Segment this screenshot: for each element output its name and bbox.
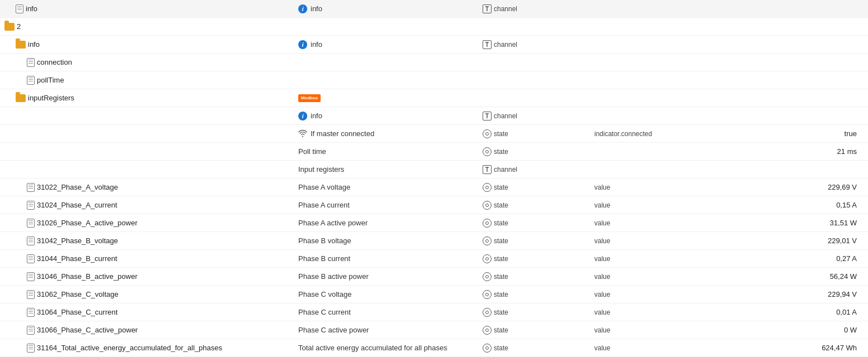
table-row[interactable]: infoiinfochannel: [0, 0, 868, 18]
col2-label: info: [311, 4, 322, 13]
table-row[interactable]: 31026_Phase_A_active_powerPhase A active…: [0, 214, 868, 232]
col1-label: 31024_Phase_A_current: [37, 201, 117, 209]
state-icon: [483, 201, 492, 210]
table-row[interactable]: 31042_Phase_B_voltagePhase B voltagestat…: [0, 232, 868, 250]
table-row[interactable]: inputRegistersModbus: [0, 89, 868, 107]
col1-tree: info: [2, 4, 298, 13]
table-row[interactable]: 31066_Phase_C_active_powerPhase C active…: [0, 321, 868, 339]
col1-tree: 31044_Phase_B_current: [2, 254, 298, 263]
col1-label: info: [26, 4, 37, 13]
col6-value: 624,47 Wh: [818, 344, 866, 352]
col3-type: state: [483, 308, 594, 317]
col4-attribute: value: [594, 273, 706, 281]
table-row[interactable]: infoiinfochannel: [0, 36, 868, 54]
col1-label: 31064_Phase_C_current: [37, 308, 118, 316]
state-icon: [483, 290, 492, 299]
col6-value: 0 W: [818, 326, 866, 334]
table-row[interactable]: iinfochannel: [0, 107, 868, 125]
state-icon: [483, 326, 492, 335]
state-icon: [483, 344, 492, 353]
col4-attribute: indicator.connected: [594, 130, 706, 138]
col3-label: state: [494, 237, 508, 245]
col3-type: state: [483, 219, 594, 228]
table-row[interactable]: 31022_Phase_A_voltagePhase A voltagestat…: [0, 178, 868, 196]
value-display: 229,94 V: [828, 290, 857, 298]
table-row[interactable]: 31062_Phase_C_voltagePhase C voltagestat…: [0, 286, 868, 303]
table-row[interactable]: 31064_Phase_C_currentPhase C currentstat…: [0, 303, 868, 321]
col1-tree: 31064_Phase_C_current: [2, 308, 298, 317]
col2-label: Phase B voltage: [298, 237, 351, 245]
wifi-icon: [298, 129, 307, 138]
col1-tree: info: [2, 40, 298, 49]
file-icon: [27, 308, 35, 317]
state-icon: [483, 272, 492, 281]
col4-attribute: value: [594, 219, 706, 227]
col1-label: 31164_Total_active_energy_accumulated_fo…: [37, 344, 222, 352]
col1-label: info: [28, 40, 40, 49]
col4-label: value: [594, 219, 611, 227]
state-icon: [483, 219, 492, 228]
file-icon: [27, 290, 35, 299]
col1-tree: connection: [2, 58, 298, 67]
col4-attribute: value: [594, 344, 706, 352]
col3-label: state: [494, 308, 508, 316]
col6-value: 56,24 W: [818, 272, 866, 281]
col3-type: state: [483, 129, 594, 138]
file-icon: [27, 254, 35, 263]
col2-description: If master connected: [298, 129, 483, 138]
file-icon: [27, 344, 35, 353]
col3-label: state: [494, 201, 508, 209]
folder-icon: [16, 41, 26, 49]
table-row[interactable]: pollTime: [0, 71, 868, 89]
table-row[interactable]: Poll timestate21 ms: [0, 143, 868, 161]
main-table: infoiinfochannel2infoiinfochannelconnect…: [0, 0, 868, 357]
col2-description: Phase B voltage: [298, 237, 483, 245]
col6-value: 0,15 A: [818, 201, 866, 209]
col3-type: state: [483, 344, 594, 353]
value-display: 0,01 A: [836, 308, 857, 316]
value-display: 31,51 W: [830, 219, 857, 227]
table-row[interactable]: Input registerschannel: [0, 161, 868, 178]
table-row[interactable]: 31024_Phase_A_currentPhase A currentstat…: [0, 196, 868, 214]
file-icon: [27, 272, 35, 281]
col1-label: inputRegisters: [28, 94, 74, 102]
table-row[interactable]: 31046_Phase_B_active_powerPhase B active…: [0, 268, 868, 286]
col1-tree: inputRegisters: [2, 94, 298, 102]
col4-label: value: [594, 184, 611, 191]
file-icon: [27, 219, 35, 228]
channel-icon: [483, 4, 492, 13]
col3-type: channel: [483, 112, 594, 120]
table-row[interactable]: 31044_Phase_B_currentPhase B currentstat…: [0, 250, 868, 268]
col2-label: Poll time: [298, 147, 326, 156]
value-display: true: [845, 129, 857, 138]
info-icon: i: [298, 112, 307, 120]
col1-label: 31044_Phase_B_current: [37, 254, 117, 263]
table-row[interactable]: If master connectedstateindicator.connec…: [0, 125, 868, 143]
state-icon: [483, 147, 492, 156]
col1-tree: 31164_Total_active_energy_accumulated_fo…: [2, 344, 298, 353]
table-row[interactable]: 2: [0, 18, 868, 36]
channel-icon: [483, 112, 492, 120]
value-display: 229,01 V: [828, 237, 857, 245]
col2-description: Phase C voltage: [298, 290, 483, 298]
col2-description: Phase B current: [298, 254, 483, 263]
value-display: 0,15 A: [836, 201, 857, 209]
col1-label: 31062_Phase_C_voltage: [37, 290, 118, 298]
col4-label: value: [594, 273, 611, 281]
col2-label: info: [311, 112, 322, 120]
state-icon: [483, 254, 492, 263]
col4-label: value: [594, 326, 611, 334]
channel-icon: [483, 165, 492, 174]
table-row[interactable]: 31164_Total_active_energy_accumulated_fo…: [0, 339, 868, 357]
col2-label: Phase A current: [298, 201, 350, 209]
col2-label: Input registers: [298, 165, 344, 173]
col6-value: 229,01 V: [818, 237, 866, 245]
table-row[interactable]: connection: [0, 54, 868, 71]
col2-label: Phase C active power: [298, 326, 369, 334]
col3-label: channel: [494, 41, 517, 49]
col1-tree: 2: [2, 22, 298, 31]
file-icon: [27, 237, 35, 245]
info-icon: i: [298, 4, 307, 13]
folder-icon: [4, 23, 15, 31]
col1-tree: 31046_Phase_B_active_power: [2, 272, 298, 281]
